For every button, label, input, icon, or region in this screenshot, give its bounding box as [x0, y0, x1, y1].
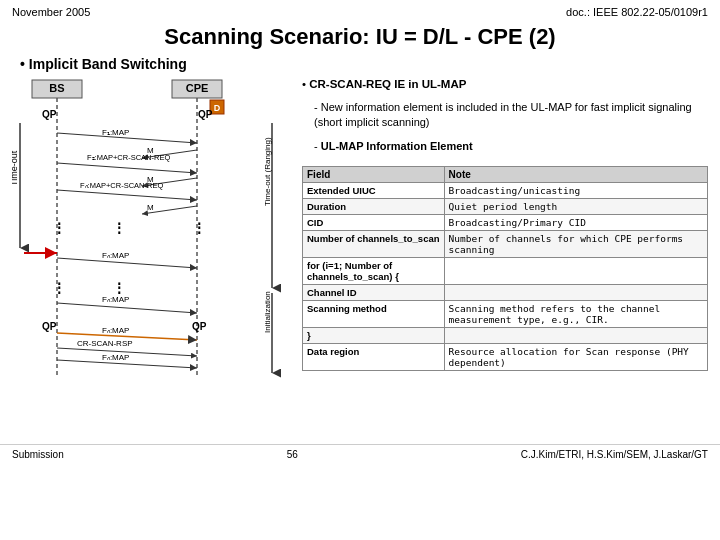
subtitle: • Implicit Band Switching	[0, 56, 720, 72]
svg-text:⋮: ⋮	[112, 220, 126, 236]
right-area: • CR-SCAN-REQ IE in UL-MAP - New informa…	[302, 78, 708, 440]
svg-text:M: M	[147, 203, 154, 212]
header: November 2005 doc.: IEEE 802.22-05/0109r…	[0, 0, 720, 20]
footer-right: C.J.Kim/ETRI, H.S.Kim/SEM, J.Laskar/GT	[521, 449, 708, 460]
svg-text:Initialization: Initialization	[263, 291, 272, 333]
table-row: Number of channels_to_scanNumber of chan…	[303, 231, 708, 258]
info-table: Field Note Extended UIUCBroadcasting/uni…	[302, 166, 708, 371]
table-cell-note: Broadcasting/unicasting	[444, 183, 707, 199]
svg-line-20	[57, 190, 197, 200]
diagram-svg: BS CPE D QP QP Time-out F₁:MAP M	[12, 78, 282, 438]
table-header-note: Note	[444, 167, 707, 183]
table-cell-field: Extended UIUC	[303, 183, 445, 199]
svg-line-16	[57, 163, 197, 173]
table-row: Channel ID	[303, 285, 708, 301]
table-cell-note: Quiet period length	[444, 199, 707, 215]
main-title: Scanning Scenario: IU = D/L - CPE (2)	[0, 20, 720, 56]
svg-text:⋮: ⋮	[52, 220, 66, 236]
table-row: DurationQuiet period length	[303, 199, 708, 215]
svg-text:⋮: ⋮	[52, 280, 66, 296]
table-cell-field: Channel ID	[303, 285, 445, 301]
table-cell-field: Scanning method	[303, 301, 445, 328]
table-cell-note: Scanning method refers to the channel me…	[444, 301, 707, 328]
table-cell-note: Resource allocation for Scan response (P…	[444, 344, 707, 371]
svg-text:QP: QP	[42, 321, 57, 332]
bullet-main: • CR-SCAN-REQ IE in UL-MAP	[302, 78, 708, 90]
svg-text:Fₙ:MAP: Fₙ:MAP	[102, 326, 129, 335]
svg-text:BS: BS	[49, 82, 64, 94]
table-row: }	[303, 328, 708, 344]
svg-text:Fₙ:MAP: Fₙ:MAP	[102, 251, 129, 260]
sub-bullet-2: - UL-MAP Information Element	[302, 139, 708, 154]
table-cell-note: Broadcasting/Primary CID	[444, 215, 707, 231]
table-cell-field: }	[303, 328, 445, 344]
svg-text:CR-SCAN-RSP: CR-SCAN-RSP	[77, 339, 133, 348]
footer-center: 56	[287, 449, 298, 460]
svg-text:CPE: CPE	[186, 82, 209, 94]
svg-text:Time-out: Time-out	[12, 150, 19, 186]
table-row: Data regionResource allocation for Scan …	[303, 344, 708, 371]
table-row: Extended UIUCBroadcasting/unicasting	[303, 183, 708, 199]
header-right: doc.: IEEE 802.22-05/0109r1	[566, 6, 708, 18]
svg-text:Fₙ:MAP: Fₙ:MAP	[102, 295, 129, 304]
svg-text:QP: QP	[42, 109, 57, 120]
svg-text:F₂:MAP+CR-SCAN-REQ: F₂:MAP+CR-SCAN-REQ	[87, 153, 170, 162]
footer: Submission 56 C.J.Kim/ETRI, H.S.Kim/SEM,…	[0, 444, 720, 464]
svg-text:Fₙ:MAP+CR-SCAN-REQ: Fₙ:MAP+CR-SCAN-REQ	[80, 181, 163, 190]
table-cell-note	[444, 285, 707, 301]
table-cell-field: Duration	[303, 199, 445, 215]
svg-text:QP: QP	[198, 109, 213, 120]
svg-text:F₁:MAP: F₁:MAP	[102, 128, 129, 137]
header-left: November 2005	[12, 6, 90, 18]
svg-line-32	[57, 303, 197, 313]
table-cell-note	[444, 258, 707, 285]
table-row: CIDBroadcasting/Primary CID	[303, 215, 708, 231]
table-header-field: Field	[303, 167, 445, 183]
table-cell-field: for (i=1; Number of channels_to_scan) {	[303, 258, 445, 285]
svg-text:⋮: ⋮	[192, 220, 206, 236]
table-cell-field: Number of channels_to_scan	[303, 231, 445, 258]
table-cell-field: CID	[303, 215, 445, 231]
table-cell-note: Number of channels for which CPE perform…	[444, 231, 707, 258]
table-cell-field: Data region	[303, 344, 445, 371]
svg-text:Fₙ:MAP: Fₙ:MAP	[102, 353, 129, 362]
svg-text:Time-out (Ranging): Time-out (Ranging)	[263, 137, 272, 206]
footer-left: Submission	[12, 449, 64, 460]
svg-text:QP: QP	[192, 321, 207, 332]
svg-text:⋮: ⋮	[112, 280, 126, 296]
svg-text:D: D	[214, 103, 221, 113]
diagram-area: BS CPE D QP QP Time-out F₁:MAP M	[12, 78, 292, 440]
table-row: for (i=1; Number of channels_to_scan) {	[303, 258, 708, 285]
table-row: Scanning methodScanning method refers to…	[303, 301, 708, 328]
table-cell-note	[444, 328, 707, 344]
sub-bullet-1: - New information element is included in…	[302, 100, 708, 131]
